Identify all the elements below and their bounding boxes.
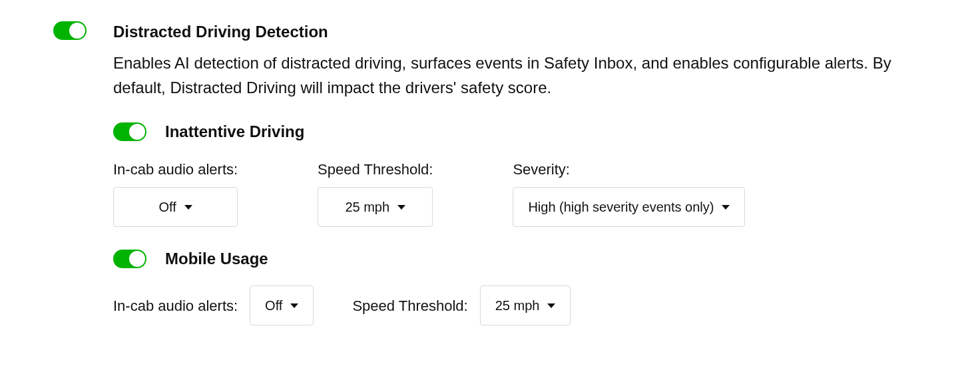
distracted-driving-description: Enables AI detection of distracted drivi… bbox=[113, 51, 927, 100]
inattentive-severity-dropdown[interactable]: High (high severity events only) bbox=[513, 187, 745, 227]
caret-down-icon bbox=[397, 205, 405, 210]
inattentive-speed-block: Speed Threshold: 25 mph bbox=[318, 158, 433, 227]
inattentive-driving-section: Inattentive Driving In-cab audio alerts:… bbox=[113, 120, 927, 227]
mobile-audio-label: In-cab audio alerts: bbox=[113, 295, 238, 317]
caret-down-icon bbox=[184, 205, 192, 210]
mobile-fields: In-cab audio alerts: Off Speed Threshold… bbox=[113, 286, 927, 325]
mobile-audio-dropdown[interactable]: Off bbox=[250, 286, 314, 325]
mobile-usage-header: Mobile Usage bbox=[113, 247, 927, 271]
caret-down-icon bbox=[547, 303, 555, 308]
mobile-audio-group: In-cab audio alerts: Off bbox=[113, 286, 314, 325]
distracted-driving-section: Distracted Driving Detection Enables AI … bbox=[53, 20, 927, 345]
mobile-usage-title: Mobile Usage bbox=[165, 247, 268, 271]
inattentive-severity-label: Severity: bbox=[513, 158, 745, 180]
inattentive-fields: In-cab audio alerts: Off Speed Threshold… bbox=[113, 158, 927, 227]
caret-down-icon bbox=[722, 205, 730, 210]
distracted-driving-toggle[interactable] bbox=[53, 21, 87, 40]
mobile-usage-toggle[interactable] bbox=[113, 250, 146, 268]
toggle-knob-icon bbox=[129, 251, 145, 267]
mobile-speed-group: Speed Threshold: 25 mph bbox=[352, 286, 571, 325]
inattentive-audio-dropdown[interactable]: Off bbox=[113, 187, 238, 227]
inattentive-speed-value: 25 mph bbox=[345, 197, 389, 217]
inattentive-severity-value: High (high severity events only) bbox=[528, 197, 714, 217]
inattentive-audio-value: Off bbox=[158, 197, 176, 217]
inattentive-audio-block: In-cab audio alerts: Off bbox=[113, 158, 238, 227]
inattentive-driving-header: Inattentive Driving bbox=[113, 120, 927, 144]
inattentive-speed-label: Speed Threshold: bbox=[318, 158, 433, 180]
inattentive-speed-dropdown[interactable]: 25 mph bbox=[318, 187, 433, 227]
mobile-audio-value: Off bbox=[265, 295, 282, 315]
inattentive-driving-toggle[interactable] bbox=[113, 122, 146, 141]
mobile-speed-label: Speed Threshold: bbox=[352, 295, 467, 317]
distracted-driving-title: Distracted Driving Detection bbox=[113, 20, 927, 44]
inattentive-driving-title: Inattentive Driving bbox=[165, 120, 304, 144]
mobile-speed-value: 25 mph bbox=[495, 295, 540, 315]
toggle-knob-icon bbox=[129, 124, 145, 140]
caret-down-icon bbox=[290, 303, 298, 308]
inattentive-severity-block: Severity: High (high severity events onl… bbox=[513, 158, 745, 227]
main-content: Distracted Driving Detection Enables AI … bbox=[113, 20, 927, 345]
mobile-usage-section: Mobile Usage In-cab audio alerts: Off Sp… bbox=[113, 247, 927, 325]
inattentive-audio-label: In-cab audio alerts: bbox=[113, 158, 238, 180]
toggle-knob-icon bbox=[69, 23, 85, 39]
mobile-speed-dropdown[interactable]: 25 mph bbox=[480, 286, 571, 325]
